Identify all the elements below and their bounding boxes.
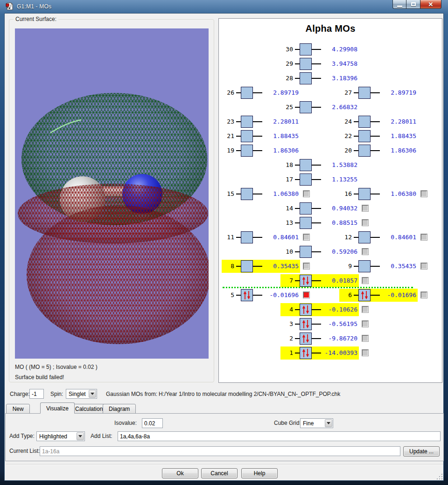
cancel-button[interactable]: Cancel (201, 468, 238, 478)
mo-checkbox[interactable] (362, 350, 368, 356)
mo-level-13[interactable]: 130.88515 (280, 215, 368, 230)
mo-level-main[interactable]: 151.06380 (222, 187, 300, 201)
mo-level-main[interactable]: 232.28011 (222, 115, 300, 128)
mo-box-virtual[interactable] (300, 159, 312, 171)
add-type-dropdown[interactable]: Highlighted (36, 431, 85, 441)
mo-checkbox[interactable] (362, 306, 368, 312)
resize-grip-icon[interactable] (436, 473, 442, 479)
mo-level-main[interactable]: 293.94758 (280, 57, 359, 70)
mo-level-main[interactable]: 161.06380 (339, 187, 418, 201)
ok-button[interactable]: Ok (162, 468, 198, 478)
mo-checkbox[interactable] (303, 234, 309, 240)
mo-level-main[interactable]: 221.88435 (339, 130, 418, 143)
help-button[interactable]: Help (241, 468, 278, 478)
mo-checkbox[interactable] (421, 191, 427, 197)
mo-level-main[interactable]: 2-9.86720 (280, 332, 359, 345)
mo-box-virtual[interactable] (300, 58, 312, 70)
mo-level-main[interactable]: 252.66832 (280, 101, 359, 114)
mo-level-main[interactable]: 201.86306 (339, 144, 418, 157)
mo-box-virtual[interactable] (358, 231, 371, 243)
mo-level-28[interactable]: 283.18396 (280, 71, 359, 85)
mo-box-virtual[interactable] (358, 116, 371, 128)
current-list-input[interactable] (40, 446, 400, 456)
mo-box-occupied[interactable] (241, 289, 253, 301)
mo-level-29[interactable]: 293.94758 (280, 56, 359, 71)
add-list-input[interactable] (118, 431, 441, 441)
tab-new-mos[interactable]: New MOs (6, 404, 30, 414)
mo-box-virtual[interactable] (300, 101, 312, 113)
mo-level-highlight[interactable]: 70.01857 (280, 274, 359, 287)
mo-box-occupied[interactable] (300, 333, 312, 345)
mo-level-main[interactable]: 262.89719 (222, 86, 300, 99)
mo-box-virtual[interactable] (300, 173, 312, 186)
mo-checkbox[interactable] (303, 191, 309, 197)
update-button[interactable]: Update ... (403, 446, 440, 457)
cube-grid-dropdown-button[interactable] (325, 419, 332, 427)
mo-box-virtual[interactable] (241, 130, 253, 142)
mo-box-virtual[interactable] (300, 246, 312, 258)
mo-level-main[interactable]: 120.84601 (339, 231, 418, 244)
mo-box-occupied[interactable] (300, 318, 312, 330)
mo-level-11[interactable]: 110.84601 (222, 230, 309, 244)
cube-grid-dropdown[interactable]: Fine (300, 418, 333, 428)
mo-checkbox[interactable] (421, 263, 427, 269)
mo-level-23[interactable]: 232.28011 (222, 114, 300, 129)
mo-checkbox[interactable] (362, 277, 368, 284)
mo-box-virtual[interactable] (241, 188, 253, 200)
mo-level-3[interactable]: 3-0.56195 (280, 317, 368, 331)
mo-level-main[interactable]: 304.29908 (280, 43, 359, 56)
mo-level-26[interactable]: 262.89719 (222, 85, 300, 100)
mo-level-6[interactable]: 6-0.01696 (339, 288, 427, 302)
mo-box-virtual[interactable] (300, 217, 312, 229)
maximize-button[interactable] (406, 0, 420, 9)
mo-level-30[interactable]: 304.29908 (280, 42, 359, 56)
mo-level-main[interactable]: 181.53882 (280, 159, 359, 172)
mo-level-highlight[interactable]: 80.35435 (222, 260, 300, 273)
mo-level-main[interactable]: 283.18396 (280, 72, 359, 85)
mo-checkbox[interactable] (362, 220, 368, 226)
mo-level-5[interactable]: 5-0.01696 (222, 288, 309, 302)
mo-level-main[interactable]: 5-0.01696 (222, 289, 300, 302)
mo-box-virtual[interactable] (358, 260, 371, 272)
mo-level-9[interactable]: 90.35435 (339, 259, 427, 273)
mo-level-main[interactable]: 171.13255 (280, 173, 359, 186)
mo-level-main[interactable]: 90.35435 (339, 260, 418, 273)
mo-box-virtual[interactable] (358, 188, 371, 200)
mo-level-main[interactable]: 140.94032 (280, 202, 359, 215)
mo-level-27[interactable]: 272.89719 (339, 85, 418, 100)
mo-level-15[interactable]: 151.06380 (222, 187, 309, 201)
mo-box-virtual[interactable] (300, 202, 312, 215)
mo-box-virtual[interactable] (358, 145, 371, 157)
mo-level-8[interactable]: 80.35435 (222, 259, 309, 273)
mo-level-17[interactable]: 171.13255 (280, 172, 359, 187)
mo-level-20[interactable]: 201.86306 (339, 143, 418, 158)
mo-checkbox[interactable] (303, 263, 309, 269)
mo-level-10[interactable]: 100.59206 (280, 244, 368, 259)
mo-checkbox[interactable] (421, 292, 427, 298)
tab-diagram[interactable]: Diagram (103, 404, 136, 414)
mo-level-19[interactable]: 191.86306 (222, 143, 300, 158)
mo-box-virtual[interactable] (358, 87, 371, 99)
mo-level-1[interactable]: 1-14.00393 (280, 346, 368, 360)
tab-visualize[interactable]: Visualize (40, 402, 75, 414)
mo-level-7[interactable]: 70.01857 (280, 273, 368, 288)
charge-input[interactable] (29, 389, 44, 399)
mo-level-highlight[interactable]: 1-14.00393 (280, 346, 359, 360)
mo-level-main[interactable]: 211.88435 (222, 130, 300, 143)
mo-box-virtual[interactable] (241, 87, 253, 99)
mo-checkbox[interactable] (362, 205, 368, 211)
mo-box-virtual[interactable] (300, 43, 312, 55)
spin-dropdown[interactable]: Singlet (66, 389, 97, 399)
mo-box-virtual[interactable] (241, 116, 253, 128)
mo-level-25[interactable]: 252.66832 (280, 100, 359, 114)
mo-level-14[interactable]: 140.94032 (280, 201, 368, 215)
mo-box-occupied[interactable] (300, 275, 312, 287)
mo-level-main[interactable]: 242.28011 (339, 115, 418, 128)
mo-box-occupied[interactable] (300, 304, 312, 316)
mo-checkbox[interactable] (362, 335, 368, 341)
mo-level-main[interactable]: 191.86306 (222, 144, 300, 157)
mo-level-main[interactable]: 100.59206 (280, 245, 359, 258)
mo-level-4[interactable]: 4-0.10626 (280, 302, 368, 317)
mo-box-occupied[interactable] (300, 347, 312, 359)
mo-box-virtual[interactable] (241, 260, 253, 272)
